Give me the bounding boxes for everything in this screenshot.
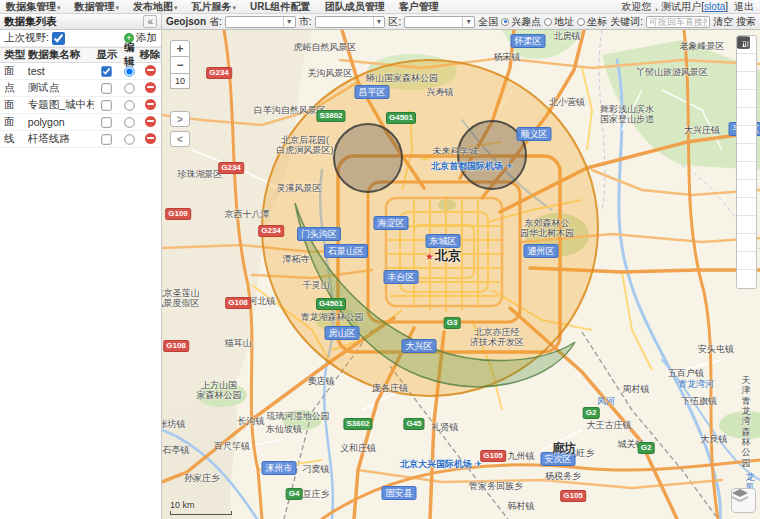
dataset-name: polygon xyxy=(28,116,95,128)
visibility-checkbox[interactable] xyxy=(102,66,112,76)
menu-item[interactable]: 数据集管理▾ xyxy=(6,0,61,14)
menu-item[interactable]: 客户管理 xyxy=(399,0,439,14)
next-view-button[interactable]: > xyxy=(170,111,190,127)
tool-draw-circle-button[interactable] xyxy=(737,180,756,198)
table-row: 面 polygon xyxy=(0,114,161,131)
edit-radio[interactable] xyxy=(124,66,134,76)
caret-down-icon: ▾ xyxy=(57,4,61,11)
logout-button[interactable]: 退出 xyxy=(734,0,754,14)
tool-landmark-marker-button[interactable] xyxy=(737,90,756,108)
zoom-control: + − 10 > < xyxy=(170,40,190,151)
tool-box-select-button[interactable] xyxy=(737,126,756,144)
search-type-coord[interactable]: 坐标 xyxy=(577,15,607,29)
menu-item[interactable]: 数据管理▾ xyxy=(75,0,120,14)
tool-draw-polygon-outline-button[interactable] xyxy=(737,108,756,126)
user-area: 欢迎您，测试用户[slota] 退出 xyxy=(621,0,754,14)
menu-item[interactable]: 团队成员管理 xyxy=(325,0,385,14)
district-select[interactable]: ▼ xyxy=(404,16,475,28)
radio-icon xyxy=(501,18,509,26)
visibility-checkbox[interactable] xyxy=(102,134,112,144)
edit-radio[interactable] xyxy=(124,134,134,144)
zoom-in-button[interactable]: + xyxy=(170,40,190,57)
zoom-out-button[interactable]: − xyxy=(170,57,190,74)
visibility-checkbox[interactable] xyxy=(102,100,112,110)
city-select[interactable]: ▼ xyxy=(315,16,386,28)
search-button[interactable]: 搜索 xyxy=(736,15,756,29)
drawing-toolbar xyxy=(736,35,757,289)
user-link[interactable]: slota xyxy=(704,1,725,12)
dataset-type: 面 xyxy=(0,115,28,129)
col-remove: 移除 xyxy=(139,48,161,62)
right-eye-circle-overlay xyxy=(458,121,526,189)
top-menu-bar: 数据集管理▾数据管理▾发布地图▾瓦片服务▾URL组件配置团队成员管理客户管理 欢… xyxy=(0,0,760,14)
dataset-type: 面 xyxy=(0,98,28,112)
tool-draw-pentagon-button[interactable] xyxy=(737,162,756,180)
layer-switch-button[interactable] xyxy=(731,488,756,513)
tool-draw-polyline-button[interactable] xyxy=(737,144,756,162)
chevron-down-icon: ▼ xyxy=(462,17,474,27)
nationwide-button[interactable]: 全国 xyxy=(478,15,498,29)
panel-title: 数据集列表 xyxy=(4,15,143,29)
collapse-panel-button[interactable]: « xyxy=(143,15,157,28)
dataset-panel: 上次视野: + 添加 类型 数据集名称 显示 编辑 移除 面 test 点 测试… xyxy=(0,30,162,519)
col-name: 数据集名称 xyxy=(28,48,95,62)
visibility-checkbox[interactable] xyxy=(102,83,112,93)
tool-copy-shape-button[interactable] xyxy=(737,216,756,234)
clear-button[interactable]: 清空 xyxy=(713,15,733,29)
prev-view-button[interactable]: < xyxy=(170,131,190,147)
tool-measure-area-button[interactable] xyxy=(737,54,756,72)
table-row: 点 测试点 xyxy=(0,80,161,97)
province-label: 省: xyxy=(209,15,222,29)
keyword-input[interactable] xyxy=(646,16,710,28)
map-canvas[interactable]: 虎峪自然风景区关沟风景区白羊沟自然风景区蟒山国家森林公园兴寿镇杨宋镇北房镇老象峰… xyxy=(162,30,760,519)
visibility-checkbox[interactable] xyxy=(102,117,112,127)
caret-down-icon: ▾ xyxy=(174,4,178,11)
tool-select-extent-button[interactable] xyxy=(737,234,756,252)
province-select[interactable]: ▼ xyxy=(225,16,296,28)
edit-radio[interactable] xyxy=(124,100,134,110)
table-row: 面 专题图_城中村 xyxy=(0,97,161,114)
overlay-shapes-svg xyxy=(162,30,760,519)
last-view-label: 上次视野: xyxy=(4,31,49,45)
remove-icon[interactable] xyxy=(145,133,156,144)
tool-save-shapes-button[interactable] xyxy=(737,270,756,288)
remove-icon[interactable] xyxy=(145,116,156,127)
dataset-name: 专题图_城中村 xyxy=(28,98,95,112)
menu-item[interactable]: 瓦片服务▾ xyxy=(192,0,237,14)
radio-icon xyxy=(544,18,552,26)
edit-radio[interactable] xyxy=(124,117,134,127)
remove-icon[interactable] xyxy=(145,99,156,110)
remove-icon[interactable] xyxy=(145,82,156,93)
col-visible: 显示 xyxy=(94,48,119,62)
search-toolbar: Geojson 省: ▼ 市: ▼ 区: ▼ 全国 兴趣点 地址 坐标 关键词:… xyxy=(162,14,760,30)
search-type-poi[interactable]: 兴趣点 xyxy=(501,15,541,29)
caret-down-icon: ▾ xyxy=(116,4,120,11)
dataset-name: test xyxy=(28,65,95,77)
left-eye-circle-overlay xyxy=(334,124,402,192)
remove-icon[interactable] xyxy=(145,65,156,76)
dataset-name: 测试点 xyxy=(28,81,95,95)
dataset-type: 面 xyxy=(0,64,28,78)
search-type-address[interactable]: 地址 xyxy=(544,15,574,29)
dataset-type: 线 xyxy=(0,132,28,146)
menu-items: 数据集管理▾数据管理▾发布地图▾瓦片服务▾URL组件配置团队成员管理客户管理 xyxy=(6,0,621,14)
table-row: 面 test xyxy=(0,63,161,80)
engine-label: Geojson xyxy=(166,16,206,27)
menu-item[interactable]: 发布地图▾ xyxy=(133,0,178,14)
menu-item[interactable]: URL组件配置 xyxy=(250,0,311,14)
district-label: 区: xyxy=(388,15,401,29)
dataset-name: 杆塔线路 xyxy=(28,132,95,146)
tool-swap-layers-button[interactable] xyxy=(737,72,756,90)
tool-delete-shape-button[interactable] xyxy=(737,252,756,270)
gis-application: 数据集管理▾数据管理▾发布地图▾瓦片服务▾URL组件配置团队成员管理客户管理 欢… xyxy=(0,0,760,519)
radio-icon xyxy=(577,18,585,26)
edit-radio[interactable] xyxy=(124,83,134,93)
chevron-down-icon: ▼ xyxy=(283,17,295,27)
chevron-down-icon: ▼ xyxy=(373,17,385,27)
view-step-control: > < xyxy=(170,111,190,147)
col-type: 类型 xyxy=(0,48,28,62)
zoom-level-indicator: 10 xyxy=(170,74,190,89)
tool-draw-rectangle-button[interactable] xyxy=(737,198,756,216)
table-row: 线 杆塔线路 xyxy=(0,131,161,148)
last-view-checkbox[interactable] xyxy=(52,32,65,45)
